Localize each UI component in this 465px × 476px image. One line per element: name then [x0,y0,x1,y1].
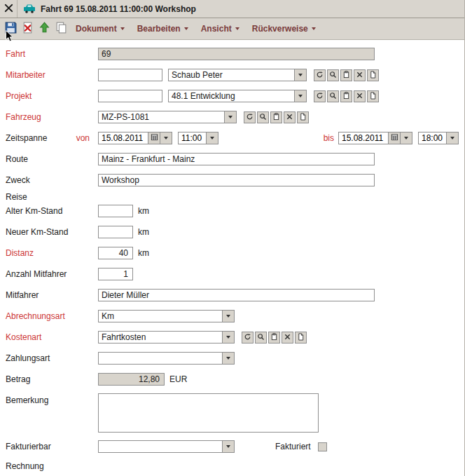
calendar-icon [151,133,158,143]
fakturiert-label: Fakturiert [275,442,311,451]
anzahl-mitfahrer-input[interactable] [98,268,133,280]
document-icon [299,112,307,123]
close-icon [4,4,13,15]
fahrzeug-refresh-button[interactable] [244,111,256,123]
projekt-new-button[interactable] [367,90,379,102]
projekt-id-input[interactable] [98,90,162,102]
fakturierbar-dropdown-button[interactable] [222,441,234,452]
fahrzeug-new-button[interactable] [297,111,309,123]
fahrzeug-combobox[interactable]: MZ-PS-1081 [98,111,237,123]
mitarbeiter-clipboard-button[interactable] [340,69,352,81]
zahlungsart-dropdown-button[interactable] [222,353,234,364]
menu-ansicht[interactable]: Ansicht [195,18,246,39]
mitfahrer-label: Mitfahrer [6,290,39,300]
projekt-search-button[interactable] [327,90,339,102]
row-rechnung: Rechnung [6,461,459,472]
reise-section-label: Reise [6,192,27,202]
row-fakturierbar: Fakturierbar Fakturiert [6,440,459,454]
row-abrechnungsart: Abrechnungsart Km [6,309,459,323]
kostenart-clipboard-button[interactable] [268,332,280,344]
von-date-dropdown-button[interactable] [160,132,172,144]
row-fahrzeug: Fahrzeug MZ-PS-1081 [6,110,459,124]
rechnung-section-label: Rechnung [6,461,44,471]
bis-time-field[interactable] [418,132,459,144]
fahrzeug-clipboard-button[interactable] [270,111,282,123]
abrechnungsart-combobox[interactable]: Km [98,310,235,322]
row-fahrt: Fahrt [6,47,459,61]
fakturierbar-combobox[interactable] [98,440,235,453]
bis-time-input[interactable] [419,133,446,143]
mitarbeiter-id-input[interactable] [98,69,162,81]
kostenart-combobox[interactable]: Fahrtkosten [98,331,235,344]
green-arrow-icon [38,21,51,36]
row-betrag: Betrag EUR [6,372,459,386]
betrag-label: Betrag [6,374,30,384]
refresh-toolbar-button[interactable] [36,20,53,37]
von-time-dropdown-button[interactable] [206,132,218,144]
fahrzeug-combobox-value: MZ-PS-1081 [99,112,224,122]
fakturiert-checkbox[interactable] [318,442,327,451]
close-button[interactable] [0,0,18,18]
row-kostenart: Kostenart Fahrtkosten [6,330,459,344]
neuer-km-input[interactable] [98,226,133,238]
kostenart-dropdown-button[interactable] [222,332,234,343]
menu-bearbeiten[interactable]: Bearbeiten [131,18,195,39]
bis-date-dropdown-button[interactable] [400,132,412,144]
alter-km-unit: km [138,206,149,216]
projekt-dropdown-button[interactable] [294,90,306,102]
route-input[interactable] [98,153,375,165]
projekt-refresh-button[interactable] [314,90,326,102]
von-time-field[interactable] [178,132,218,144]
von-date-field[interactable] [98,132,172,144]
mitarbeiter-new-button[interactable] [367,69,379,81]
zweck-input[interactable] [98,174,375,186]
mitarbeiter-combobox[interactable]: Schaub Peter [168,69,307,81]
abrechnungsart-dropdown-button[interactable] [222,311,234,322]
chevron-down-icon [184,27,188,30]
fahrzeug-clear-button[interactable] [284,111,296,123]
von-time-input[interactable] [179,133,206,143]
fahrzeug-dropdown-button[interactable] [224,111,236,123]
delete-button[interactable] [19,20,36,37]
projekt-actions [312,90,379,102]
chevron-down-icon [226,445,230,448]
row-bemerkung: Bemerkung [6,393,459,435]
toolbar: Dokument Bearbeiten Ansicht Rückverweise [0,18,464,40]
mitarbeiter-search-button[interactable] [327,69,339,81]
kostenart-new-button[interactable] [295,332,307,344]
menu-dokument[interactable]: Dokument [69,18,131,39]
mitarbeiter-refresh-button[interactable] [314,69,326,81]
bis-date-input[interactable] [339,133,388,143]
zahlungsart-combobox[interactable] [98,352,235,365]
clear-icon [356,70,363,81]
fakturierbar-label: Fakturierbar [6,442,51,451]
neuer-km-label: Neuer Km-Stand [6,227,68,237]
abrechnungsart-combobox-value: Km [99,311,222,321]
copy-icon [55,21,68,36]
bis-date-field[interactable] [338,132,412,144]
projekt-combobox[interactable]: 48.1 Entwicklung [168,90,307,102]
alter-km-input[interactable] [98,205,133,217]
clear-icon [284,332,291,343]
kostenart-clear-button[interactable] [282,332,293,344]
distanz-input[interactable] [98,247,133,259]
kostenart-refresh-button[interactable] [242,332,254,344]
menu-rueckverweise[interactable]: Rückverweise [246,18,322,39]
search-icon [257,332,265,343]
projekt-clear-button[interactable] [354,90,366,102]
bemerkung-textarea[interactable] [98,393,319,433]
kostenart-search-button[interactable] [255,332,267,344]
bis-time-dropdown-button[interactable] [446,132,458,144]
projekt-clipboard-button[interactable] [340,90,352,102]
mitarbeiter-dropdown-button[interactable] [294,69,306,81]
von-date-input[interactable] [99,133,148,143]
fahrzeug-search-button[interactable] [257,111,269,123]
fahrt-label: Fahrt [6,49,25,59]
mitarbeiter-clear-button[interactable] [354,69,366,81]
row-mitfahrer: Mitfahrer [6,288,459,302]
bis-calendar-button[interactable] [388,132,400,144]
von-calendar-button[interactable] [148,132,160,144]
duplicate-button[interactable] [53,20,69,37]
clipboard-icon [270,332,278,343]
mitfahrer-input[interactable] [98,289,375,301]
